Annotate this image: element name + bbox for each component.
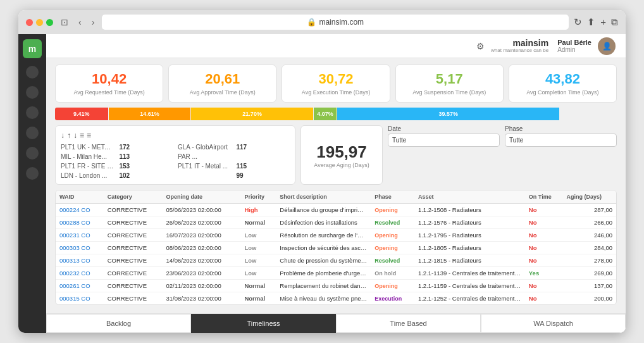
- table-column-header: Short description: [276, 190, 371, 204]
- share-icon[interactable]: ⬆: [587, 16, 595, 28]
- phase-badge: Opening: [375, 283, 398, 289]
- waid-link[interactable]: 000313 CO: [59, 257, 90, 264]
- kpi-card: 43,82 Avg Completion Time (Days): [509, 65, 617, 103]
- table-header: WAIDCategoryOpening datePriorityShort de…: [56, 190, 616, 204]
- forward-button[interactable]: ›: [89, 16, 97, 28]
- table-column-header: Opening date: [163, 190, 241, 204]
- sort-asc-icon[interactable]: ↑: [67, 131, 71, 140]
- priority-cell: Normal: [240, 216, 276, 229]
- priority-cell: Low: [240, 242, 276, 254]
- table-column-header: Asset: [414, 190, 525, 204]
- waid-link[interactable]: 000231 CO: [59, 232, 90, 239]
- table-row: 000261 CO CORRECTIVE 02/11/2023 02:00:00…: [56, 280, 616, 292]
- waid-cell[interactable]: 000303 CO: [56, 242, 104, 254]
- table-row: 000315 CO CORRECTIVE 31/08/2023 02:00:00…: [56, 292, 616, 305]
- plant-name: PLT1 FR - SITE INDUSTRIEL: [61, 163, 115, 170]
- on-time-value: No: [529, 257, 537, 264]
- plant-value: [237, 153, 290, 160]
- user-name: Paul Bérle: [557, 39, 591, 46]
- phase-cell: Opening: [371, 242, 414, 254]
- asset-cell: 1.1.2-1805 - Radiateurs: [414, 242, 525, 254]
- bottom-tab-wa-dispatch[interactable]: WA Dispatch: [481, 314, 626, 333]
- menu-icon-2[interactable]: ≡: [87, 131, 91, 140]
- waid-link[interactable]: 000261 CO: [59, 282, 90, 289]
- app-content: m ⚙ mainsim what maintenance can be Paul…: [18, 34, 626, 333]
- sidebar-item-2[interactable]: [26, 86, 39, 99]
- waid-cell[interactable]: 000313 CO: [56, 254, 104, 267]
- sidebar-toggle[interactable]: ⊡: [58, 16, 71, 28]
- waid-link[interactable]: 000232 CO: [59, 270, 90, 277]
- waid-link[interactable]: 000303 CO: [59, 244, 90, 251]
- minimize-button[interactable]: [36, 19, 43, 26]
- waid-link[interactable]: 000288 CO: [59, 219, 90, 226]
- topbar: ⚙ mainsim what maintenance can be Paul B…: [46, 34, 626, 58]
- waid-cell[interactable]: 000288 CO: [56, 216, 104, 229]
- user-role: Admin: [557, 46, 575, 53]
- sidebar-logo[interactable]: m: [23, 39, 42, 58]
- asset-cell: 1.2.1-1252 - Centrales de traitement d'a…: [414, 292, 525, 305]
- aging-cell: 200,00: [563, 292, 616, 305]
- plant-value: 113: [120, 153, 173, 160]
- address-bar[interactable]: 🔒 mainsim.com: [102, 15, 569, 30]
- sidebar-item-5[interactable]: [26, 147, 39, 159]
- priority-cell: Low: [240, 254, 276, 267]
- bottom-tab-time-based[interactable]: Time Based: [336, 314, 481, 333]
- sidebar-item-6[interactable]: [26, 167, 39, 180]
- plant-name: PLT1 IT - Metal ...: [178, 163, 232, 170]
- asset-cell: 1.1.2-1576 - Radiateurs: [414, 216, 525, 229]
- sidebar-item-3[interactable]: [26, 106, 39, 119]
- kpi-card: 20,61 Avg Approval Time (Days): [168, 65, 276, 103]
- table-column-header: On Time: [525, 190, 563, 204]
- phase-select[interactable]: Tutte: [505, 134, 617, 147]
- close-button[interactable]: [26, 19, 33, 26]
- priority-cell: Normal: [240, 280, 276, 292]
- on-time-cell: Yes: [525, 267, 563, 280]
- aging-value: 195,97: [316, 142, 367, 162]
- table-section: WAIDCategoryOpening datePriorityShort de…: [55, 190, 617, 305]
- waid-cell[interactable]: 000261 CO: [56, 280, 104, 292]
- date-select[interactable]: Tutte: [388, 134, 500, 147]
- phase-badge: Resolved: [375, 220, 400, 226]
- date-cell: 16/07/2023 02:00:00: [163, 229, 241, 242]
- maximize-button[interactable]: [46, 19, 53, 26]
- plant-name: PLT1 UK - METAL Plant 1 ...: [61, 144, 115, 151]
- on-time-value: No: [529, 295, 537, 302]
- filter-icon[interactable]: ↓: [73, 131, 77, 140]
- reload-icon[interactable]: ↻: [574, 16, 582, 28]
- traffic-lights: [26, 19, 53, 26]
- sort-desc-icon[interactable]: ↓: [61, 131, 65, 140]
- waid-cell[interactable]: 000224 CO: [56, 204, 104, 216]
- waid-cell[interactable]: 000231 CO: [56, 229, 104, 242]
- desc-cell: Inspection de sécurité des ascenseurs: [276, 242, 371, 254]
- waid-link[interactable]: 000224 CO: [59, 206, 90, 213]
- sidebar-item-4[interactable]: [26, 127, 39, 139]
- phase-badge: Opening: [375, 207, 398, 213]
- gear-icon[interactable]: ⚙: [476, 41, 485, 51]
- kpi-row: 10,42 Avg Requested Time (Days) 20,61 Av…: [55, 65, 617, 103]
- plant-name: [178, 172, 232, 179]
- date-cell: 26/06/2023 02:00:00: [163, 216, 241, 229]
- kpi-label: Avg Suspension Time (Days): [412, 89, 486, 96]
- priority-cell: High: [240, 204, 276, 216]
- desc-cell: Résolution de surcharge de l'UPS: [276, 229, 371, 242]
- waid-cell[interactable]: 000315 CO: [56, 292, 104, 305]
- plant-grid: PLT1 UK - METAL Plant 1 ...172GLA - Glob…: [61, 144, 290, 179]
- bottom-tab-timeliness[interactable]: Timeliness: [191, 314, 336, 333]
- asset-cell: 1.1.2-1508 - Radiateurs: [414, 204, 525, 216]
- asset-cell: 1.2.1-1139 - Centrales de traitement d'a…: [414, 267, 525, 280]
- new-tab-icon[interactable]: +: [600, 16, 606, 28]
- phase-cell: Opening: [371, 204, 414, 216]
- sidebar-item-1[interactable]: [26, 66, 39, 78]
- category-cell: CORRECTIVE: [104, 267, 163, 280]
- avatar[interactable]: 👤: [598, 37, 616, 55]
- plant-value: 99: [237, 172, 290, 179]
- menu-icon-1[interactable]: ≡: [80, 131, 84, 140]
- on-time-value: No: [529, 219, 537, 226]
- back-button[interactable]: ‹: [76, 16, 84, 28]
- tabs-icon[interactable]: ⧉: [611, 16, 618, 28]
- waid-cell[interactable]: 000232 CO: [56, 267, 104, 280]
- aging-label: Average Aging (Days): [314, 162, 369, 168]
- bottom-tab-backlog[interactable]: Backlog: [46, 314, 191, 333]
- table-row: 000288 CO CORRECTIVE 26/06/2023 02:00:00…: [56, 216, 616, 229]
- waid-link[interactable]: 000315 CO: [59, 295, 90, 302]
